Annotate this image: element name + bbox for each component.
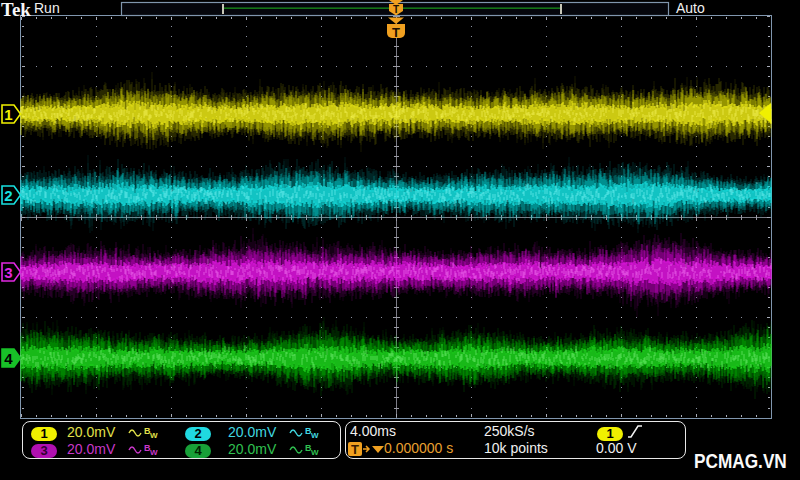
svg-text:4: 4 [4,350,13,367]
svg-text:2: 2 [4,187,12,204]
svg-text:W: W [311,448,319,457]
svg-text:T: T [392,25,400,40]
svg-text:T: T [351,442,359,457]
svg-text:1: 1 [4,106,12,123]
svg-text:T: T [393,4,399,15]
svg-text:3: 3 [4,264,12,281]
svg-text:W: W [150,431,158,440]
svg-text:W: W [311,431,319,440]
svg-text:W: W [150,448,158,457]
